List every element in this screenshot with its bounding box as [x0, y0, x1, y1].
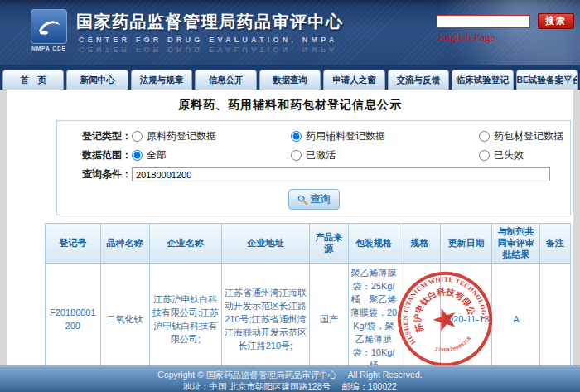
footer-address: 地址：中国 北京市朝阳区建国路128号 邮编：100022	[0, 380, 580, 392]
cell-review-result: A	[492, 264, 540, 365]
magnifier-icon	[297, 195, 307, 205]
reg-type-option-raw-material: 原料药登记数据	[132, 129, 291, 143]
table-header-row: 登记号 品种名称 企业名称 企业地址 产品来源 包装规格 规格 更新日期 与制剂…	[46, 224, 571, 264]
col-header-reg-no: 登记号	[46, 224, 101, 264]
cell-packaging: 聚乙烯薄膜袋：25Kg/桶，聚乙烯薄膜袋：20Kg/袋，聚乙烯薄膜袋：10Kg/…	[348, 264, 399, 365]
nav-tab-feedback[interactable]: 交流与反馈	[388, 70, 449, 90]
header-search-input[interactable]	[437, 15, 530, 28]
col-header-source: 产品来源	[309, 224, 348, 264]
nav-tab-home[interactable]: 首 页	[2, 70, 64, 90]
scope-option-label: 已激活	[306, 148, 336, 162]
cell-product-name: 二氧化钛	[100, 264, 149, 365]
cell-update-date: 2020-11-13	[440, 264, 492, 365]
scope-radio-all[interactable]	[132, 150, 143, 161]
footer-copyright: Copyright © 国家药品监督管理局药品审评中心 All Right Re…	[0, 369, 580, 380]
scope-option-label: 已失效	[494, 148, 524, 162]
site-subtitle: CENTER FOR DRUG EVALUATION, NMPA	[79, 36, 337, 44]
col-header-update-date: 更新日期	[440, 224, 492, 264]
scope-label: 数据范围：	[57, 148, 132, 162]
nav-tab-news[interactable]: 新闻中心	[66, 70, 128, 90]
reg-type-option-label: 原料药登记数据	[147, 129, 216, 143]
main-nav: 首 页 新闻中心 法规与规章 信息公开 数据查询 申请人之窗 交流与反馈 临床试…	[0, 65, 580, 90]
query-submit-button[interactable]: 查询	[288, 189, 340, 210]
site-footer: Copyright © 国家药品监督管理局药品审评中心 All Right Re…	[0, 365, 580, 392]
table-row: F20180001200 二氧化钛 江苏沪申钛白科技有限公司;江苏沪申钛白科技有…	[46, 264, 571, 365]
site-title: 国家药品监督管理局药品审评中心	[76, 11, 344, 33]
reg-type-radio-raw-material[interactable]	[132, 131, 143, 142]
logo-swoosh-icon	[31, 9, 67, 44]
col-header-address: 企业地址	[222, 224, 310, 264]
reg-type-option-label: 药用辅料登记数据	[306, 129, 385, 143]
query-form: 登记类型： 原料药登记数据 药用辅料登记数据 药包材登记数据 数据范围：	[56, 120, 571, 215]
col-header-review-result: 与制剂共同审评审批结果	[492, 224, 540, 264]
scope-option-label: 全部	[147, 148, 167, 162]
col-header-remark: 备注	[540, 224, 571, 264]
english-page-link[interactable]: English Page	[438, 31, 495, 44]
reg-type-option-label: 药包材登记数据	[494, 129, 563, 143]
nav-tab-be-platform[interactable]: BE试验备案平台	[516, 70, 578, 90]
query-submit-label: 查询	[311, 192, 331, 206]
site-subtitle-reflection: CENTER FOR DRUG EVALUATION, NMPA	[79, 46, 337, 54]
reg-type-label: 登记类型：	[57, 129, 132, 143]
reg-type-option-packaging: 药包材登记数据	[479, 129, 570, 143]
cell-source: 国产	[309, 264, 348, 365]
col-header-packaging: 包装规格	[348, 224, 399, 264]
nav-tab-data-query[interactable]: 数据查询	[259, 70, 321, 90]
nav-tab-applicant-window[interactable]: 申请人之窗	[323, 70, 384, 90]
main-content: 原料药、药用辅料和药包材登记信息公示 登记类型： 原料药登记数据 药用辅料登记数…	[7, 90, 573, 365]
reg-type-row: 登记类型： 原料药登记数据 药用辅料登记数据 药包材登记数据	[57, 127, 570, 146]
page-root: NMPA CDE 国家药品监督管理局药品审评中心 CENTER FOR DRUG…	[0, 0, 580, 392]
header-search-button[interactable]: 搜索	[538, 13, 574, 29]
reg-type-radio-packaging[interactable]	[479, 131, 490, 142]
nmpa-cde-logo: NMPA CDE	[29, 9, 69, 51]
page-title: 原料药、药用辅料和药包材登记信息公示	[7, 98, 573, 113]
scope-radio-expired[interactable]	[479, 150, 490, 161]
query-condition-label: 查询条件：	[57, 167, 132, 181]
reg-type-option-excipient: 药用辅料登记数据	[291, 129, 479, 143]
scope-radio-active[interactable]	[291, 150, 302, 161]
cell-address: 江苏省通州湾江海联动开发示范区长江路210号;江苏省通州湾江海联动开发示范区长江…	[222, 264, 310, 365]
scope-option-expired: 已失效	[479, 148, 570, 162]
cell-spec	[399, 264, 440, 365]
query-condition-input[interactable]	[132, 167, 550, 181]
nav-tab-info-disclosure[interactable]: 信息公开	[195, 70, 256, 90]
col-header-product-name: 品种名称	[100, 224, 149, 264]
cell-remark	[540, 264, 571, 365]
nav-tab-regulations[interactable]: 法规与规章	[131, 70, 192, 90]
cell-company: 江苏沪申钛白科技有限公司;江苏沪申钛白科技有限公司;	[149, 264, 221, 365]
logo-text: NMPA CDE	[29, 46, 69, 51]
query-condition-row: 查询条件：	[57, 165, 570, 184]
reg-type-radio-excipient[interactable]	[291, 131, 302, 142]
results-table: 登记号 品种名称 企业名称 企业地址 产品来源 包装规格 规格 更新日期 与制剂…	[45, 223, 571, 365]
col-header-company: 企业名称	[149, 224, 221, 264]
form-actions: 查询	[57, 189, 570, 210]
col-header-spec: 规格	[399, 224, 440, 264]
scope-option-all: 全部	[132, 148, 291, 162]
results-area: 登记号 品种名称 企业名称 企业地址 产品来源 包装规格 规格 更新日期 与制剂…	[45, 223, 571, 365]
nav-tab-clinical-trial[interactable]: 临床试验登记	[452, 70, 513, 90]
site-header: NMPA CDE 国家药品监督管理局药品审评中心 CENTER FOR DRUG…	[0, 0, 580, 65]
cell-reg-no[interactable]: F20180001200	[46, 264, 101, 365]
scope-option-active: 已激活	[291, 148, 479, 162]
scope-row: 数据范围： 全部 已激活 已失效	[57, 146, 570, 165]
